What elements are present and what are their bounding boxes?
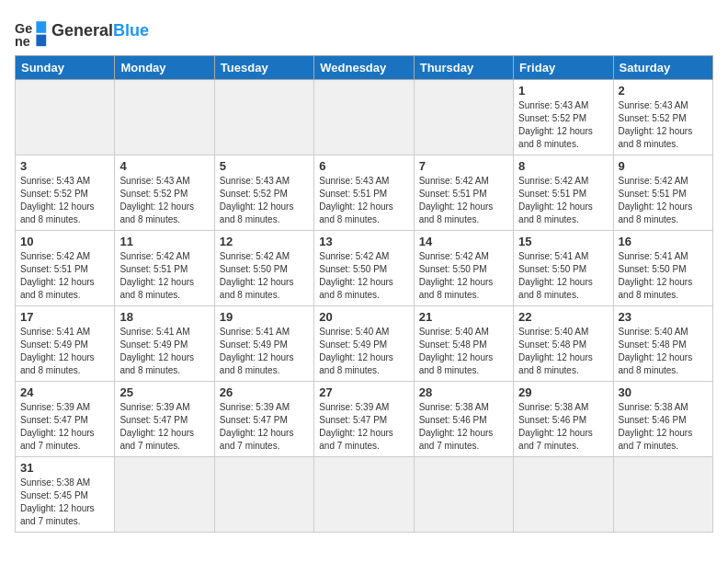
calendar-cell: [514, 457, 613, 533]
calendar-cell: 18Sunrise: 5:41 AMSunset: 5:49 PMDayligh…: [115, 306, 214, 382]
day-info: Sunrise: 5:43 AMSunset: 5:52 PMDaylight:…: [518, 99, 608, 151]
calendar-cell: 31Sunrise: 5:38 AMSunset: 5:45 PMDayligh…: [16, 457, 115, 533]
day-number: 24: [20, 385, 109, 399]
calendar-cell: 24Sunrise: 5:39 AMSunset: 5:47 PMDayligh…: [16, 382, 115, 457]
day-number: 27: [319, 385, 408, 399]
day-info: Sunrise: 5:41 AMSunset: 5:49 PMDaylight:…: [20, 326, 109, 377]
day-info: Sunrise: 5:43 AMSunset: 5:52 PMDaylight:…: [20, 175, 109, 226]
calendar-header-friday: Friday: [514, 56, 613, 80]
calendar-cell: 25Sunrise: 5:39 AMSunset: 5:47 PMDayligh…: [115, 382, 214, 457]
calendar-week-row: 3Sunrise: 5:43 AMSunset: 5:52 PMDaylight…: [16, 155, 713, 231]
day-info: Sunrise: 5:42 AMSunset: 5:51 PMDaylight:…: [419, 175, 508, 226]
calendar-cell: 9Sunrise: 5:42 AMSunset: 5:51 PMDaylight…: [613, 155, 712, 231]
calendar-cell: 16Sunrise: 5:41 AMSunset: 5:50 PMDayligh…: [613, 231, 712, 306]
day-number: 25: [119, 385, 209, 399]
calendar-header-saturday: Saturday: [613, 56, 712, 80]
calendar-cell: 14Sunrise: 5:42 AMSunset: 5:50 PMDayligh…: [414, 231, 513, 306]
calendar-cell: 21Sunrise: 5:40 AMSunset: 5:48 PMDayligh…: [414, 306, 513, 382]
calendar-week-row: 10Sunrise: 5:42 AMSunset: 5:51 PMDayligh…: [16, 231, 713, 306]
day-info: Sunrise: 5:42 AMSunset: 5:50 PMDaylight:…: [419, 250, 508, 302]
day-number: 21: [419, 310, 508, 324]
calendar-week-row: 24Sunrise: 5:39 AMSunset: 5:47 PMDayligh…: [16, 382, 713, 457]
calendar-cell: 22Sunrise: 5:40 AMSunset: 5:48 PMDayligh…: [514, 306, 613, 382]
day-info: Sunrise: 5:41 AMSunset: 5:49 PMDaylight:…: [119, 326, 209, 377]
generalblue-logo-icon: Ge ne: [15, 15, 48, 48]
day-info: Sunrise: 5:41 AMSunset: 5:50 PMDaylight:…: [619, 250, 708, 302]
calendar-cell: 27Sunrise: 5:39 AMSunset: 5:47 PMDayligh…: [314, 382, 414, 457]
day-number: 10: [20, 235, 109, 248]
day-info: Sunrise: 5:42 AMSunset: 5:50 PMDaylight:…: [220, 250, 309, 302]
calendar-cell: [314, 80, 414, 155]
day-number: 26: [220, 385, 309, 399]
day-info: Sunrise: 5:41 AMSunset: 5:49 PMDaylight:…: [220, 326, 309, 377]
day-info: Sunrise: 5:43 AMSunset: 5:52 PMDaylight:…: [119, 175, 209, 226]
calendar-cell: [214, 457, 313, 533]
calendar-cell: 1Sunrise: 5:43 AMSunset: 5:52 PMDaylight…: [514, 80, 613, 155]
day-number: 1: [518, 84, 608, 98]
day-number: 9: [619, 159, 708, 173]
day-number: 13: [319, 235, 408, 248]
day-number: 4: [119, 159, 209, 173]
calendar-header-thursday: Thursday: [414, 56, 513, 80]
calendar-cell: 8Sunrise: 5:42 AMSunset: 5:51 PMDaylight…: [514, 155, 613, 231]
calendar-header-monday: Monday: [115, 56, 214, 80]
header: Ge ne GeneralBlue: [15, 15, 713, 48]
day-info: Sunrise: 5:38 AMSunset: 5:46 PMDaylight:…: [419, 401, 508, 453]
day-info: Sunrise: 5:38 AMSunset: 5:45 PMDaylight:…: [20, 477, 109, 528]
calendar-week-row: 17Sunrise: 5:41 AMSunset: 5:49 PMDayligh…: [16, 306, 713, 382]
calendar-cell: [115, 457, 214, 533]
calendar-cell: 4Sunrise: 5:43 AMSunset: 5:52 PMDaylight…: [115, 155, 214, 231]
svg-marker-3: [36, 35, 46, 47]
calendar-cell: [414, 80, 513, 155]
day-info: Sunrise: 5:39 AMSunset: 5:47 PMDaylight:…: [220, 401, 309, 453]
logo-text-line1: GeneralBlue: [51, 22, 149, 40]
day-info: Sunrise: 5:39 AMSunset: 5:47 PMDaylight:…: [119, 401, 209, 453]
calendar-table: SundayMondayTuesdayWednesdayThursdayFrid…: [15, 55, 713, 533]
day-info: Sunrise: 5:38 AMSunset: 5:46 PMDaylight:…: [619, 401, 708, 453]
calendar-week-row: 31Sunrise: 5:38 AMSunset: 5:45 PMDayligh…: [16, 457, 713, 533]
day-number: 8: [518, 159, 608, 173]
calendar-cell: 3Sunrise: 5:43 AMSunset: 5:52 PMDaylight…: [16, 155, 115, 231]
day-info: Sunrise: 5:42 AMSunset: 5:51 PMDaylight:…: [619, 175, 708, 226]
day-number: 5: [220, 159, 309, 173]
calendar-cell: 6Sunrise: 5:43 AMSunset: 5:51 PMDaylight…: [314, 155, 414, 231]
day-number: 19: [220, 310, 309, 324]
calendar-cell: 11Sunrise: 5:42 AMSunset: 5:51 PMDayligh…: [115, 231, 214, 306]
calendar-cell: 15Sunrise: 5:41 AMSunset: 5:50 PMDayligh…: [514, 231, 613, 306]
day-number: 30: [619, 385, 708, 399]
day-number: 22: [518, 310, 608, 324]
day-number: 6: [319, 159, 408, 173]
calendar-cell: 20Sunrise: 5:40 AMSunset: 5:49 PMDayligh…: [314, 306, 414, 382]
day-number: 28: [419, 385, 508, 399]
calendar-header-wednesday: Wednesday: [314, 56, 414, 80]
day-info: Sunrise: 5:43 AMSunset: 5:52 PMDaylight:…: [220, 175, 309, 226]
day-info: Sunrise: 5:39 AMSunset: 5:47 PMDaylight:…: [319, 401, 408, 453]
logo: Ge ne GeneralBlue: [15, 15, 149, 48]
day-number: 16: [619, 235, 708, 248]
day-number: 18: [119, 310, 209, 324]
calendar-cell: 2Sunrise: 5:43 AMSunset: 5:52 PMDaylight…: [613, 80, 712, 155]
day-number: 7: [419, 159, 508, 173]
day-info: Sunrise: 5:42 AMSunset: 5:50 PMDaylight:…: [319, 250, 408, 302]
calendar-cell: [414, 457, 513, 533]
svg-text:ne: ne: [15, 34, 30, 48]
day-number: 14: [419, 235, 508, 248]
calendar-cell: 26Sunrise: 5:39 AMSunset: 5:47 PMDayligh…: [214, 382, 313, 457]
calendar-cell: 12Sunrise: 5:42 AMSunset: 5:50 PMDayligh…: [214, 231, 313, 306]
calendar-cell: [613, 457, 712, 533]
calendar-cell: [16, 80, 115, 155]
calendar-cell: 28Sunrise: 5:38 AMSunset: 5:46 PMDayligh…: [414, 382, 513, 457]
calendar-cell: 19Sunrise: 5:41 AMSunset: 5:49 PMDayligh…: [214, 306, 313, 382]
calendar-cell: 13Sunrise: 5:42 AMSunset: 5:50 PMDayligh…: [314, 231, 414, 306]
calendar-cell: [115, 80, 214, 155]
day-info: Sunrise: 5:43 AMSunset: 5:52 PMDaylight:…: [619, 99, 708, 151]
day-number: 23: [619, 310, 708, 324]
day-number: 12: [220, 235, 309, 248]
calendar-cell: [214, 80, 313, 155]
day-info: Sunrise: 5:42 AMSunset: 5:51 PMDaylight:…: [20, 250, 109, 302]
day-info: Sunrise: 5:42 AMSunset: 5:51 PMDaylight:…: [518, 175, 608, 226]
calendar-cell: 30Sunrise: 5:38 AMSunset: 5:46 PMDayligh…: [613, 382, 712, 457]
day-info: Sunrise: 5:42 AMSunset: 5:51 PMDaylight:…: [119, 250, 209, 302]
calendar-cell: 7Sunrise: 5:42 AMSunset: 5:51 PMDaylight…: [414, 155, 513, 231]
day-info: Sunrise: 5:43 AMSunset: 5:51 PMDaylight:…: [319, 175, 408, 226]
